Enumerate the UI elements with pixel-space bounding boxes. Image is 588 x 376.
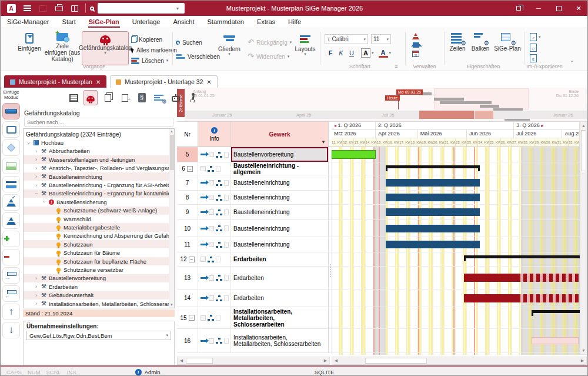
catalog-search-input[interactable] (24, 118, 173, 127)
tree-item[interactable]: Schutzzaun (24, 240, 174, 248)
transfer-settings-select[interactable]: Gew,Gef,Lös,Rgw,Odn,Best,Bem ▾ (26, 331, 171, 340)
tree-item[interactable]: Kennzeichnung und Absperrung der Gefahre… (24, 232, 174, 240)
sige-plan-button[interactable]: ⚙ SiGe-Plan (493, 31, 522, 65)
zeile-einfuegen-button[interactable]: Zeile einfügen (aus Katalog) (44, 31, 81, 65)
table-chart-splitter[interactable] (329, 264, 332, 284)
gantt-bar-task-red[interactable] (464, 294, 579, 302)
table-row[interactable]: 11Baustelleneinrichtung (177, 237, 331, 252)
notes-icon[interactable] (69, 4, 80, 13)
rail-frame-button[interactable] (2, 121, 20, 138)
chevron-down-icon[interactable]: ▾ (389, 51, 392, 55)
panel-tool-bars-settings-button[interactable] (152, 90, 166, 105)
tree-item[interactable]: ›⚒Anstrich-, Tapezier-, Rolladen- und Ve… (24, 164, 174, 172)
tree-item[interactable]: ›⚒Wasserstoffanlagen und -leitungen (24, 155, 174, 164)
gantt-bar-task-blue[interactable] (386, 241, 480, 248)
chevron-right-icon[interactable]: › (34, 292, 39, 298)
gantt-bar-task-planned[interactable] (532, 337, 579, 344)
rail-image-button[interactable] (2, 158, 20, 174)
chevron-right-icon[interactable]: › (34, 174, 39, 179)
calendar-icon[interactable]: 31 (412, 51, 419, 57)
scroll-right-icon[interactable]: ▸ (541, 123, 543, 128)
overview-viewport[interactable] (419, 111, 474, 119)
tree-item[interactable]: ›Hochbau (24, 138, 174, 147)
gantt-vertical-scrollbar[interactable]: ▲ ▼ (580, 121, 587, 355)
collapse-icon[interactable]: − (189, 257, 195, 262)
filter-icon[interactable]: ▼ (321, 139, 326, 145)
tree-item[interactable]: ›⚒Baustelleneinrichtung (24, 172, 174, 181)
scroll-left-icon[interactable]: ◀ (178, 357, 185, 364)
chevron-right-icon[interactable]: › (34, 157, 39, 162)
search-dropdown-icon[interactable]: ▾ (176, 6, 179, 11)
export-pdf-icon[interactable]: P (530, 44, 537, 52)
alles-markieren-button[interactable]: Alles markieren (131, 45, 177, 55)
gantt-bar-summary[interactable] (386, 165, 480, 168)
scroll-left-icon[interactable]: ◂ (334, 123, 336, 128)
tree-item[interactable]: Materialübergabestelle (24, 223, 174, 231)
chevron-down-icon[interactable]: › (34, 191, 39, 196)
panel-tool-form-button[interactable] (66, 90, 81, 105)
gantt-bar-task-blue[interactable] (386, 194, 480, 201)
panel-tool-page-export-button[interactable] (118, 90, 132, 105)
import-icon[interactable]: ↗ (530, 33, 537, 41)
scroll-thumb[interactable] (186, 358, 213, 364)
panel-tool-person-button[interactable] (186, 90, 200, 105)
layouts-button[interactable]: Layouts ▾ (292, 31, 318, 65)
scroll-left-icon[interactable]: ◀ (332, 357, 340, 364)
chevron-down-icon[interactable]: ▾ (372, 51, 374, 55)
table-horizontal-scrollbar[interactable]: ◀ ▶ (177, 357, 330, 365)
chevron-down-icon[interactable]: ▾ (539, 35, 541, 39)
panel-tool-paragraph-button[interactable]: § (135, 90, 149, 105)
menu-tab-start[interactable]: Start (56, 16, 82, 27)
panel-tool-hazard-catalog-button[interactable] (83, 90, 98, 105)
tree-item[interactable]: Schutzzäune versetzbar (24, 265, 174, 274)
collapse-icon[interactable]: − (189, 315, 195, 321)
rail-indent-left-button[interactable] (2, 285, 20, 302)
menu-tab-extras[interactable]: Extras (250, 16, 282, 27)
gefaehrdungskatalog-button[interactable]: Gefährdungskatalog ▾ (82, 31, 129, 65)
chevron-right-icon[interactable]: › (34, 182, 39, 188)
tree-item[interactable]: ›⚒Erdarbeiten (24, 282, 174, 291)
collapse-ribbon-icon[interactable]: ⌃ (566, 60, 578, 66)
tree-root[interactable]: Gefährdungskatalog (2324 Einträge) (24, 130, 174, 138)
tree-item[interactable]: ›⚒Abbrucharbeiten (24, 147, 174, 155)
chevron-right-icon[interactable]: › (34, 148, 39, 154)
menu-tab-hilfe[interactable]: Hilfe (282, 16, 308, 27)
font-color-button[interactable]: A (379, 48, 388, 58)
einfuegen-button[interactable]: Einfügen ▾ (16, 31, 43, 65)
kopieren-button[interactable]: Kopieren (131, 34, 177, 45)
gantt-bar-task-blue[interactable] (386, 179, 480, 187)
chevron-down-icon[interactable]: › (41, 199, 47, 205)
balken-button[interactable]: ⚙ Balken (470, 31, 491, 65)
tree-item[interactable]: ›!Baustellensicherung (24, 198, 174, 206)
tree-item[interactable]: ›⚒Gebäudeunterhalt (24, 291, 174, 299)
tree-item[interactable]: Warnschild (24, 215, 174, 223)
doc-tab-unterlage[interactable]: Musterprojekt - Unterlage 32 ✕ (110, 75, 217, 88)
font-name-select[interactable]: TCalibri▾ (325, 34, 368, 44)
column-header-info[interactable]: i Info (198, 122, 231, 147)
tree-item[interactable]: ›⚒Baustelleneinrichtung - Ergänzung für … (24, 181, 174, 189)
scroll-thumb[interactable] (365, 358, 427, 364)
highlight-color-button[interactable]: A (361, 48, 370, 58)
overview-axis[interactable]: Januar 25 April 25 Juli 25 Januar 26 (185, 111, 587, 119)
widerrufen-button[interactable]: ↷Widerrufen▾ (248, 49, 292, 64)
gliedern-button[interactable]: Gliedern ▾ (215, 31, 244, 65)
rail-summary-bar-button[interactable] (2, 176, 20, 192)
gantt-bar-summary[interactable] (532, 310, 580, 313)
quick-search-input[interactable] (98, 3, 185, 14)
chevron-right-icon[interactable]: › (34, 275, 39, 281)
table-row[interactable]: 6−Baustelleneinrichtung - allgemein (177, 162, 331, 175)
gantt-timescale[interactable]: ◂ 1. Q 20262. Q 20263. Q 2026 ▸ Mrz 2026… (332, 121, 580, 147)
rail-bar-insert-button[interactable] (2, 103, 20, 119)
collapse-icon[interactable]: − (187, 166, 193, 172)
rail-cone-button[interactable] (2, 212, 20, 229)
table-row[interactable]: 12−Erdarbeiten (177, 252, 331, 267)
menu-tab-sige-manager[interactable]: SiGe-Manager (1, 16, 56, 27)
menu-tab-sige-plan[interactable]: SiGe-Plan (82, 16, 126, 27)
menu-tab-ansicht[interactable]: Ansicht (166, 16, 201, 27)
italic-button[interactable]: K (336, 48, 346, 58)
rail-move-down-button[interactable] (2, 322, 20, 338)
gantt-bar-milestone-green[interactable] (332, 150, 376, 159)
table-row[interactable]: 9Baustelleneinrichtung (177, 205, 331, 220)
font-size-select[interactable]: 11▾ (371, 34, 391, 44)
close-tab-icon[interactable]: ✕ (96, 79, 101, 85)
